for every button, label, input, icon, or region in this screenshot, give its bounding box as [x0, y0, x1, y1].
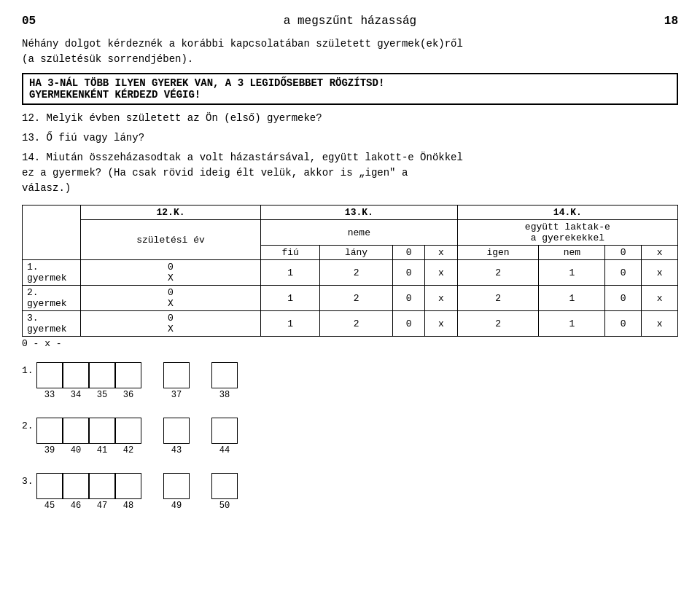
- warning-box: HA 3-NÁL TÖBB ILYEN GYEREK VAN, A 3 LEGI…: [22, 73, 678, 105]
- label-39: 39: [36, 445, 63, 455]
- together-x-header: x: [642, 246, 678, 260]
- fiu-3: 1: [261, 311, 320, 337]
- label-50: 50: [211, 501, 238, 511]
- lany-2: 2: [320, 286, 393, 311]
- label-38: 38: [211, 390, 238, 400]
- together-group-2: 44: [211, 418, 238, 455]
- box-47: [89, 473, 115, 499]
- label-36: 36: [115, 390, 141, 400]
- label-43: 43: [163, 445, 190, 455]
- zero2-2: 0: [605, 286, 642, 311]
- label-47: 47: [89, 501, 115, 511]
- label-49: 49: [163, 501, 190, 511]
- x2-3: x: [642, 311, 678, 337]
- page-title: a megszűnt házasság: [284, 15, 416, 28]
- fiu-2: 1: [261, 286, 320, 311]
- page-number-right: 18: [664, 15, 678, 28]
- igen-header: igen: [457, 246, 539, 260]
- label-37: 37: [163, 390, 190, 400]
- label-40: 40: [63, 445, 89, 455]
- gender-x-header: x: [425, 246, 457, 260]
- together-group-3: 50: [211, 473, 238, 511]
- zero-3: 0: [392, 311, 424, 337]
- label-45: 45: [36, 501, 63, 511]
- together-0-header: 0: [605, 246, 642, 260]
- table-row: 2. gyermek 0 X 1 2 0 x 2 1 0 x: [23, 286, 678, 311]
- lany-header: lány: [320, 246, 393, 260]
- col-header-14: 14.K.: [457, 206, 677, 220]
- question-13: 13. Ő fiú vagy lány?: [22, 130, 678, 146]
- label-41: 41: [89, 445, 115, 455]
- answer-row-3: 3. 45 46 47 48 49 50: [22, 473, 678, 511]
- box-42: [115, 418, 141, 444]
- gender-header: neme: [261, 220, 458, 246]
- together-header: együtt laktak-ea gyerekekkel: [457, 220, 677, 246]
- birth-boxes-2: [36, 418, 141, 444]
- igen-3: 2: [457, 311, 539, 337]
- box-labels-1: 33 34 35 36: [36, 390, 141, 400]
- table-row: 3. gyermek 0 X 1 2 0 x 2 1 0 x: [23, 311, 678, 337]
- box-33: [36, 362, 63, 388]
- label-35: 35: [89, 390, 115, 400]
- row-index-1: 1.: [22, 364, 36, 376]
- gender-group-2: 43: [163, 418, 190, 455]
- x2-1: x: [642, 260, 678, 286]
- answer-row-2: 2. 39 40 41 42 43 44: [22, 418, 678, 455]
- birth-code-1: 0 X: [81, 260, 261, 286]
- table-row: 1. gyermek 0 X 1 2 0 x 2 1 0 x: [23, 260, 678, 286]
- box-45: [36, 473, 63, 499]
- zero-1: 0: [392, 260, 424, 286]
- table-footer: 0 - x -: [22, 338, 678, 349]
- empty-header: [23, 206, 81, 260]
- birth-code-2: 0 X: [81, 286, 261, 311]
- label-42: 42: [115, 445, 141, 455]
- question-12: 12. Melyik évben született az Ön (első) …: [22, 111, 678, 126]
- page-number-left: 05: [22, 15, 36, 28]
- gender-group-1: 37: [163, 362, 190, 400]
- label-44: 44: [211, 445, 238, 455]
- box-49: [163, 473, 190, 499]
- intro-text: Néhány dolgot kérdeznék a korábbi kapcso…: [22, 36, 678, 67]
- birth-year-group-1: 33 34 35 36: [36, 362, 141, 400]
- answer-section: 1. 33 34 35 36 37 38: [22, 362, 678, 511]
- row-label-3: 3. gyermek: [23, 311, 81, 337]
- lany-1: 2: [320, 260, 393, 286]
- x-2: x: [425, 286, 457, 311]
- birth-boxes-3: [36, 473, 141, 499]
- data-table: 12.K. 13.K. 14.K. születési év neme együ…: [22, 205, 678, 337]
- box-41: [89, 418, 115, 444]
- nem-2: 1: [539, 286, 605, 311]
- box-34: [63, 362, 89, 388]
- col-header-13: 13.K.: [261, 206, 458, 220]
- igen-2: 2: [457, 286, 539, 311]
- birth-year-group-3: 45 46 47 48: [36, 473, 141, 511]
- nem-3: 1: [539, 311, 605, 337]
- gender-group-3: 49: [163, 473, 190, 511]
- label-34: 34: [63, 390, 89, 400]
- birth-year-group-2: 39 40 41 42: [36, 418, 141, 455]
- x2-2: x: [642, 286, 678, 311]
- page-header: 05 a megszűnt házasság 18: [22, 15, 678, 28]
- box-44: [211, 418, 238, 444]
- main-table-section: 12.K. 13.K. 14.K. születési év neme együ…: [22, 205, 678, 349]
- row-label-1: 1. gyermek: [23, 260, 81, 286]
- answer-row-1: 1. 33 34 35 36 37 38: [22, 362, 678, 400]
- question-14: 14. Miután összeházasodtak a volt házast…: [22, 150, 678, 196]
- birth-year-header: születési év: [81, 220, 261, 260]
- box-labels-2: 39 40 41 42: [36, 445, 141, 455]
- together-group-1: 38: [211, 362, 238, 400]
- zero2-3: 0: [605, 311, 642, 337]
- row-index-2: 2.: [22, 419, 36, 431]
- nem-1: 1: [539, 260, 605, 286]
- box-37: [163, 362, 190, 388]
- label-48: 48: [115, 501, 141, 511]
- box-39: [36, 418, 63, 444]
- gender-0-header: 0: [392, 246, 424, 260]
- box-36: [115, 362, 141, 388]
- fiu-1: 1: [261, 260, 320, 286]
- box-46: [63, 473, 89, 499]
- birth-code-3: 0 X: [81, 311, 261, 337]
- igen-1: 2: [457, 260, 539, 286]
- row-index-3: 3.: [22, 474, 36, 487]
- zero2-1: 0: [605, 260, 642, 286]
